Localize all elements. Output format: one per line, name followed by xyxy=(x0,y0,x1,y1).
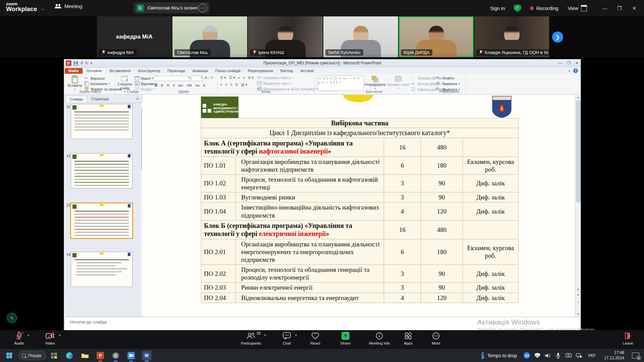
taskbar-search[interactable]: Пошук xyxy=(18,351,46,360)
ribbon-tab-вставлення[interactable]: Вставлення xyxy=(106,68,135,74)
video-chevron-icon[interactable]: ∧ xyxy=(59,333,61,337)
leave-button[interactable]: Leave xyxy=(617,332,639,345)
restore-button[interactable]: ❐ xyxy=(614,5,625,11)
start-button[interactable] xyxy=(4,351,14,361)
taskbar-chrome-app[interactable] xyxy=(111,351,121,361)
chat-button[interactable]: ∧ Chat xyxy=(275,332,299,345)
align-buttons[interactable]: ≡ ≡ ≡ ≣ ▤▾ xyxy=(220,82,248,86)
shared-screen-tab[interactable]: C Святослав Кісь's screen ⋯ xyxy=(133,2,209,13)
ribbon-tab-рецензування[interactable]: Рецензування xyxy=(244,68,277,74)
text-direction-button[interactable]: Напрямок тексту▾ xyxy=(257,75,293,80)
network-icon[interactable] xyxy=(576,353,582,359)
cut-button[interactable]: ✂ Вирізати xyxy=(84,76,105,81)
list-buttons[interactable]: ☰▾ ☰▾ ⫷ ⫸ ≣▾ xyxy=(220,75,255,80)
tab-slides[interactable]: Слайди xyxy=(65,96,87,103)
minimize-ribbon-icon[interactable]: ∧ xyxy=(568,69,571,73)
audio-chevron-icon[interactable]: ∧ xyxy=(27,333,30,337)
slide-scrollbar[interactable]: ▲ ▲ ▼ ≡ ▼ xyxy=(575,95,581,317)
paste-button[interactable]: Вставити▾ xyxy=(67,75,82,91)
slide-canvas[interactable]: КАФЕДРА МЕНЕДЖМЕНТУ і АДМІНІСТРУВАННЯ Ви… xyxy=(142,95,575,317)
ribbon-tab-основне[interactable]: Основне xyxy=(83,68,106,74)
slide-thumbnail-12[interactable] xyxy=(71,153,132,188)
security-shield-icon[interactable] xyxy=(514,4,521,12)
share-options-button[interactable]: ⋯ xyxy=(198,4,207,12)
font-style-button[interactable]: К xyxy=(160,83,164,87)
ribbon-tab-вигляд[interactable]: Вигляд xyxy=(277,68,297,74)
font-name-combo[interactable] xyxy=(153,76,190,81)
participant-tile[interactable]: Ірина КІНАШ xyxy=(248,16,323,57)
ribbon-tab-анімація[interactable]: Анімація xyxy=(189,68,211,74)
view-button[interactable]: View xyxy=(568,6,578,11)
participant-tile[interactable]: кафедра МіАкафедра МіА xyxy=(97,16,172,57)
ppt-close-button[interactable]: ✕ xyxy=(575,61,579,65)
close-button[interactable]: ✕ xyxy=(629,5,639,11)
participant-tile[interactable]: Клавдія Яцишина, ГД ООН в Ук… xyxy=(474,16,549,57)
replace-button[interactable]: ab Замінити▾ xyxy=(436,81,460,86)
shrink-font-button[interactable]: A˅ xyxy=(210,76,214,79)
next-participants-button[interactable]: ❯ xyxy=(552,32,563,43)
slide-thumbnail-11[interactable] xyxy=(71,104,132,139)
font-style-button[interactable]: Аа xyxy=(194,83,201,87)
participants-chevron-icon[interactable]: ∧ xyxy=(264,333,266,337)
chevron-down-icon[interactable]: ⌄ xyxy=(41,6,45,11)
apps-button[interactable]: Apps xyxy=(397,332,419,345)
view-grid-icon[interactable] xyxy=(581,5,587,11)
font-style-button[interactable]: abc xyxy=(177,83,184,87)
find-button[interactable]: ⚯ Знайти xyxy=(436,75,454,80)
powerpoint-title-bar[interactable]: P ↺ ↻ ▾ Презентація_ОП_MEI [Режим сумісн… xyxy=(64,59,581,68)
ribbon-tab-переходи[interactable]: Переходи xyxy=(164,68,189,74)
defender-shield-icon[interactable]: ✓ xyxy=(534,353,540,359)
share-button[interactable]: Share xyxy=(334,332,357,345)
taskbar-word-app[interactable]: W xyxy=(142,351,152,361)
panel-close-icon[interactable]: ✕ xyxy=(133,96,142,103)
ribbon-tab-file[interactable]: Файл xyxy=(65,68,83,74)
meeting-info-button[interactable]: Meeting info xyxy=(364,332,395,345)
taskbar-widgets-app[interactable] xyxy=(49,351,59,361)
react-button[interactable]: React xyxy=(304,332,327,345)
taskbar-clock[interactable]: 17:48 17.12.2024 xyxy=(604,350,624,361)
taskbar-weather[interactable]: Temps to drop xyxy=(481,352,517,359)
participant-tile[interactable]: Юрій ДИРДА xyxy=(399,16,474,57)
annotation-pencil-button[interactable]: ✎ xyxy=(7,313,17,323)
ppt-restore-button[interactable]: ❐ xyxy=(567,61,571,65)
help-icon[interactable]: ? xyxy=(573,68,578,73)
video-button[interactable]: ∧ Video xyxy=(37,332,63,345)
notification-center-icon[interactable]: 1 xyxy=(632,353,639,359)
taskbar-zoom-app[interactable] xyxy=(126,351,136,361)
participant-tile[interactable]: Serhii Sylchenko xyxy=(323,16,398,57)
tab-outline[interactable]: Структура xyxy=(87,96,113,103)
ribbon-tab-acrobat[interactable]: Acrobat xyxy=(297,68,318,74)
font-size-combo[interactable] xyxy=(192,76,203,81)
font-style-button[interactable]: АВ xyxy=(186,83,193,87)
minimize-button[interactable]: — xyxy=(600,5,610,11)
slide-thumbnail-14[interactable] xyxy=(71,252,132,287)
screen-cast-icon[interactable] xyxy=(566,353,572,359)
grow-font-button[interactable]: A˄ xyxy=(204,75,209,79)
zoom-tray-icon[interactable]: zm xyxy=(524,352,530,359)
participants-button[interactable]: 28 ∧ Participants xyxy=(235,332,267,345)
ppt-minimize-button[interactable]: — xyxy=(558,61,562,65)
align-text-button[interactable]: Вирівняти текст▾ xyxy=(257,81,292,86)
font-style-button[interactable]: А xyxy=(202,83,207,87)
quick-styles-button[interactable]: Експрес-стилі▾ xyxy=(386,75,410,90)
slide-thumbnail-13[interactable] xyxy=(70,202,133,239)
taskbar-powerpoint-app[interactable]: P xyxy=(95,351,105,361)
sign-in-button[interactable]: Sign in xyxy=(490,6,505,11)
taskbar-file-explorer[interactable] xyxy=(80,351,90,361)
grow-shrink-font[interactable]: A˄ A˅ xyxy=(204,75,214,79)
more-button[interactable]: More xyxy=(423,332,449,345)
speaker-icon[interactable] xyxy=(545,353,551,359)
ribbon-tab-показ-слайдів[interactable]: Показ слайдів xyxy=(212,68,244,74)
audio-button[interactable]: ∧ Audio xyxy=(6,332,32,345)
font-style-button[interactable]: Ж xyxy=(153,83,159,87)
participant-tile[interactable]: Святослав Кісь xyxy=(172,16,247,57)
chat-chevron-icon[interactable]: ∧ xyxy=(295,333,297,337)
microphone-tray-icon[interactable] xyxy=(555,353,561,359)
font-style-button[interactable]: S xyxy=(172,83,176,87)
language-indicator[interactable]: УКР xyxy=(588,353,596,358)
copy-button[interactable]: Копіювати▾ xyxy=(84,81,110,86)
shape-gallery[interactable]: ▭ ╲ ╲ ▭ ◯ ▭ △ ⌐ ⌐ ⇨ ⇩ ◺ ⌇ ～ ∿ { } ☆ xyxy=(317,75,364,91)
taskbar-edge-app[interactable] xyxy=(64,351,74,361)
tab-meeting[interactable]: Meeting xyxy=(55,3,82,9)
ribbon-tab-конструктор[interactable]: Конструктор xyxy=(135,68,164,74)
